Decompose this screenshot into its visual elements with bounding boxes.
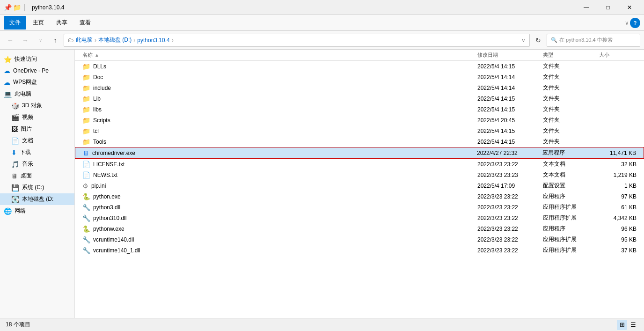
ribbon: 文件 主页 共享 查看 ∨ ? [0,15,644,31]
folder-icon: 📁 [82,106,90,113]
table-row[interactable]: 🔧 vcruntime140_1.dll 2022/3/23 23:22 应用程… [75,245,644,256]
table-row[interactable]: 🔧 vcruntime140.dll 2022/3/23 23:22 应用程序扩… [75,234,644,245]
table-row[interactable]: 📁 libs 2022/5/4 14:15 文件夹 [75,104,644,115]
address-part-pc[interactable]: 此电脑 [76,36,93,44]
sidebar-item-this-pc[interactable]: 💻 此电脑 [0,88,74,100]
sidebar-item-onedrive[interactable]: ☁ OneDrive - Pe [0,65,74,76]
maximize-button[interactable]: □ [597,0,619,15]
file-type: 应用程序 [542,149,599,157]
address-part-folder[interactable]: python3.10.4 [137,37,169,44]
table-row[interactable]: 📁 Tools 2022/5/4 14:15 文件夹 [75,136,644,147]
close-button[interactable]: ✕ [619,0,640,15]
file-name: NEWS.txt [93,172,117,178]
file-name: DLLs [93,63,106,70]
file-modified: 2022/3/23 23:22 [477,226,543,232]
sidebar-item-local-d[interactable]: 💽 本地磁盘 (D: [0,193,74,205]
file-size: 4,342 KB [599,215,637,221]
table-row[interactable]: 📄 LICENSE.txt 2022/3/23 23:22 文本文档 32 KB [75,159,644,169]
table-row[interactable]: 🔧 python3.dll 2022/3/23 23:22 应用程序扩展 61 … [75,202,644,213]
minimize-button[interactable]: — [576,0,597,15]
app-icon: 🐍 [82,225,90,233]
sidebar-item-3d[interactable]: 🎲 3D 对象 [0,100,74,111]
table-row[interactable]: ⚙ pip.ini 2022/5/4 17:09 配置设置 1 KB [75,180,644,191]
3d-icon: 🎲 [11,102,19,110]
sidebar-item-picture[interactable]: 🖼 图片 [0,123,74,135]
search-bar[interactable]: 🔍 在 python3.10.4 中搜索 [547,34,640,47]
table-row[interactable]: 📁 Scripts 2022/5/4 20:45 文件夹 [75,115,644,125]
system-c-icon: 💾 [11,184,19,191]
file-type: 文件夹 [543,105,599,113]
sidebar-item-network[interactable]: 🌐 网络 [0,205,74,217]
file-size: 97 KB [599,193,637,200]
ribbon-expand-button[interactable]: ∨ [625,20,629,26]
table-row[interactable]: 📁 Lib 2022/5/4 14:15 文件夹 [75,93,644,104]
app-icon: 🖥 [83,149,89,157]
sidebar-item-system-c[interactable]: 💾 系统 (C:) [0,182,74,193]
address-dropdown-button[interactable]: ∨ [521,37,526,44]
table-row[interactable]: 📁 DLLs 2022/5/4 14:15 文件夹 [75,61,644,72]
col-name[interactable]: 名称 ▲ [82,51,477,59]
refresh-button[interactable]: ↻ [532,34,545,47]
sidebar-item-download[interactable]: ⬇ 下载 [0,147,74,158]
file-type: 文件夹 [543,62,599,70]
file-name: python3.dll [93,204,120,211]
sidebar-item-wps[interactable]: ☁ WPS网盘 [0,76,74,88]
list-view-button[interactable]: ☰ [628,320,638,330]
file-type: 文件夹 [543,116,599,124]
main-container: ⭐ 快速访问 ☁ OneDrive - Pe ☁ WPS网盘 💻 此电脑 🎲 3… [0,50,644,318]
table-row[interactable]: 🐍 python.exe 2022/3/23 23:22 应用程序 97 KB [75,191,644,202]
folder-icon: 📁 [82,127,90,135]
table-row[interactable]: 📄 NEWS.txt 2022/3/23 23:23 文本文档 1,219 KB [75,169,644,180]
sidebar-label-download: 下载 [20,148,31,156]
sidebar-item-document[interactable]: 📄 文档 [0,135,74,147]
file-type: 配置设置 [543,182,599,190]
table-row[interactable]: 📁 include 2022/5/4 14:14 文件夹 [75,82,644,93]
sidebar-item-video[interactable]: 🎬 视频 [0,111,74,123]
file-name: Lib [93,96,101,102]
sidebar: ⭐ 快速访问 ☁ OneDrive - Pe ☁ WPS网盘 💻 此电脑 🎲 3… [0,50,75,318]
sidebar-item-music[interactable]: 🎵 音乐 [0,158,74,170]
folder-icon: 📁 [82,138,90,146]
tab-file[interactable]: 文件 [4,16,26,29]
file-name: Doc [93,74,103,81]
sidebar-label-onedrive: OneDrive - Pe [13,67,49,74]
file-modified: 2022/5/4 14:15 [477,96,543,102]
back-button[interactable]: ← [4,34,17,47]
file-type: 文件夹 [543,84,599,92]
help-button[interactable]: ? [630,18,640,28]
address-bar[interactable]: 🗁 此电脑 › 本地磁盘 (D:) › python3.10.4 › ∨ [64,34,530,47]
music-icon: 🎵 [11,161,19,168]
address-part-drive[interactable]: 本地磁盘 (D:) [98,36,132,44]
wps-icon: ☁ [4,79,10,86]
grid-view-button[interactable]: ⊞ [617,320,627,330]
file-name: LICENSE.txt [93,161,124,168]
tab-view[interactable]: 查看 [74,16,96,29]
table-row-chromedriver[interactable]: 🖥 chromedriver.exe 2022/4/27 22:32 应用程序 … [75,147,644,159]
sidebar-label-document: 文档 [22,137,33,145]
tab-home[interactable]: 主页 [27,16,50,29]
document-icon: 📄 [11,137,19,145]
table-row[interactable]: 🐍 pythonw.exe 2022/3/23 23:22 应用程序 96 KB [75,223,644,234]
table-row[interactable]: 🔧 python310.dll 2022/3/23 23:22 应用程序扩展 4… [75,213,644,223]
sidebar-label-local-d: 本地磁盘 (D: [22,195,53,203]
sidebar-item-quick-access[interactable]: ⭐ 快速访问 [0,53,74,65]
col-modified[interactable]: 修改日期 [477,51,543,59]
file-size: 37 KB [599,247,637,254]
file-type: 应用程序扩展 [543,246,599,254]
app-icon: 🐍 [82,193,90,200]
file-modified: 2022/4/27 22:32 [477,150,542,156]
file-modified: 2022/5/4 14:15 [477,63,543,70]
tab-share[interactable]: 共享 [51,16,73,29]
video-icon: 🎬 [11,114,19,121]
table-row[interactable]: 📁 tcl 2022/5/4 14:15 文件夹 [75,125,644,136]
table-row[interactable]: 📁 Doc 2022/5/4 14:14 文件夹 [75,72,644,82]
forward-button[interactable]: → [19,34,32,47]
col-size[interactable]: 大小 [599,51,637,59]
file-modified: 2022/5/4 14:15 [477,128,543,134]
file-type: 文件夹 [543,95,599,103]
nav-dropdown-button[interactable]: ∨ [34,34,47,47]
up-button[interactable]: ↑ [49,34,62,47]
cfg-icon: ⚙ [82,182,88,190]
sidebar-item-desktop[interactable]: 🖥 桌面 [0,170,74,182]
col-type[interactable]: 类型 [543,51,599,59]
